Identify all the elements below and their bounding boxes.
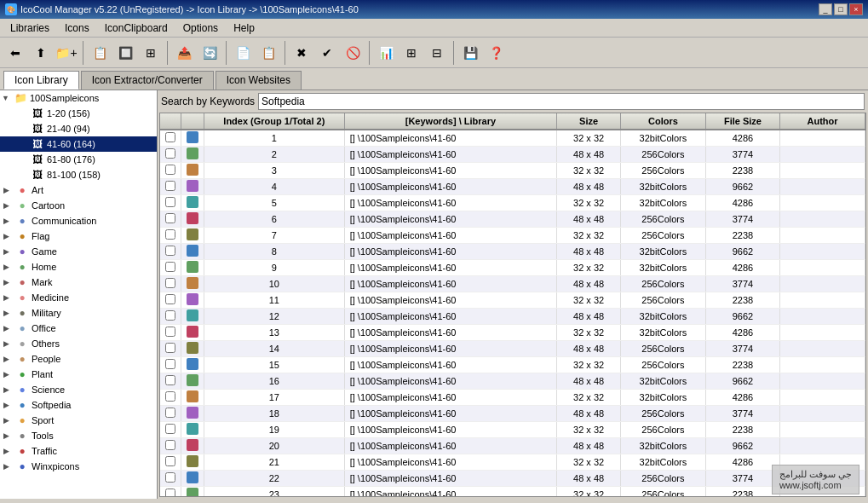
tree-cat-traffic[interactable]: ▶ ● Traffic: [0, 443, 157, 459]
row-checkbox[interactable]: [160, 195, 181, 211]
tree-cat-plant[interactable]: ▶ ● Plant: [0, 367, 157, 382]
tree-cat-home[interactable]: ▶ ● Home: [0, 259, 157, 275]
tab-icon-library[interactable]: Icon Library: [3, 71, 79, 90]
table-row[interactable]: 10 [] \100Sampleicons\41-60 48 x 48 256C…: [160, 276, 865, 292]
tree-cat-science[interactable]: ▶ ● Science: [0, 382, 157, 397]
col-keywords[interactable]: [Keywords] \ Library: [344, 113, 557, 130]
table-row[interactable]: 18 [] \100Sampleicons\41-60 48 x 48 256C…: [160, 406, 865, 422]
table-row[interactable]: 21 [] \100Sampleicons\41-60 32 x 32 32bi…: [160, 454, 865, 471]
tree-cat-communication[interactable]: ▶ ● Communication: [0, 213, 157, 228]
table-row[interactable]: 15 [] \100Sampleicons\41-60 32 x 32 256C…: [160, 357, 865, 373]
row-checkbox[interactable]: [160, 260, 181, 276]
tree-cat-tools[interactable]: ▶ ● Tools: [0, 428, 157, 443]
tree-cat-cartoon[interactable]: ▶ ● Cartoon: [0, 198, 157, 213]
add-library-button[interactable]: 📁+: [55, 41, 78, 65]
delete-button[interactable]: ✖: [290, 41, 313, 65]
menu-libraries[interactable]: Libraries: [3, 20, 56, 36]
row-checkbox[interactable]: [160, 373, 181, 390]
menu-icons[interactable]: Icons: [58, 20, 96, 36]
col-size[interactable]: Size: [557, 113, 621, 130]
back-button[interactable]: ⬅: [3, 41, 27, 65]
row-checkbox[interactable]: [160, 179, 181, 195]
tree-cat-people[interactable]: ▶ ● People: [0, 351, 157, 367]
tab-icon-websites[interactable]: Icon Websites: [216, 71, 302, 90]
row-checkbox[interactable]: [160, 341, 181, 357]
row-checkbox[interactable]: [160, 228, 181, 244]
row-checkbox[interactable]: [160, 309, 181, 325]
table-row[interactable]: 8 [] \100Sampleicons\41-60 48 x 48 32bit…: [160, 244, 865, 260]
tree-cat-mark[interactable]: ▶ ● Mark: [0, 275, 157, 290]
row-checkbox[interactable]: [160, 454, 181, 471]
grid2-button[interactable]: ⊟: [425, 41, 449, 65]
col-index[interactable]: Index (Group 1/Total 2): [204, 113, 345, 130]
menu-options[interactable]: Options: [176, 20, 225, 36]
row-checkbox[interactable]: [160, 487, 181, 498]
row-checkbox[interactable]: [160, 147, 181, 163]
check-button[interactable]: ✔: [315, 41, 339, 65]
table-row[interactable]: 9 [] \100Sampleicons\41-60 32 x 32 32bit…: [160, 260, 865, 276]
copy-button[interactable]: 📄: [231, 41, 255, 65]
tree-cat-game[interactable]: ▶ ● Game: [0, 244, 157, 259]
maximize-button[interactable]: □: [834, 3, 848, 15]
cancel-button[interactable]: 🚫: [341, 41, 365, 65]
row-checkbox[interactable]: [160, 163, 181, 179]
table-row[interactable]: 5 [] \100Sampleicons\41-60 32 x 32 32bit…: [160, 195, 865, 211]
menu-iconclipboard[interactable]: IconClipboard: [98, 20, 175, 36]
view-small-button[interactable]: ⊞: [139, 41, 163, 65]
details-button[interactable]: 📊: [374, 41, 398, 65]
tree-item-61-80[interactable]: 🖼 61-80 (176): [0, 152, 157, 167]
table-row[interactable]: 1 [] \100Sampleicons\41-60 32 x 32 32bit…: [160, 130, 865, 147]
row-checkbox[interactable]: [160, 422, 181, 438]
row-checkbox[interactable]: [160, 130, 181, 147]
row-checkbox[interactable]: [160, 390, 181, 406]
search-input[interactable]: [258, 93, 865, 110]
row-checkbox[interactable]: [160, 438, 181, 454]
table-row[interactable]: 6 [] \100Sampleicons\41-60 48 x 48 256Co…: [160, 211, 865, 228]
row-checkbox[interactable]: [160, 244, 181, 260]
tree-cat-office[interactable]: ▶ ● Office: [0, 321, 157, 336]
paste-button[interactable]: 📋: [256, 41, 280, 65]
tree-cat-flag[interactable]: ▶ ● Flag: [0, 228, 157, 244]
table-row[interactable]: 19 [] \100Sampleicons\41-60 32 x 32 256C…: [160, 422, 865, 438]
tree-cat-softpedia[interactable]: ▶ ● Softpedia: [0, 397, 157, 413]
tree-item-41-60[interactable]: 🖼 41-60 (164): [0, 136, 157, 152]
tree-cat-sport[interactable]: ▶ ● Sport: [0, 413, 157, 428]
table-row[interactable]: 7 [] \100Sampleicons\41-60 32 x 32 256Co…: [160, 228, 865, 244]
row-checkbox[interactable]: [160, 292, 181, 309]
view-icons-button[interactable]: 🔲: [113, 41, 137, 65]
tree-cat-medicine[interactable]: ▶ ● Medicine: [0, 290, 157, 305]
row-checkbox[interactable]: [160, 406, 181, 422]
tree-item-21-40[interactable]: 🖼 21-40 (94): [0, 121, 157, 136]
row-checkbox[interactable]: [160, 211, 181, 228]
table-row[interactable]: 23 [] \100Sampleicons\41-60 32 x 32 256C…: [160, 487, 865, 498]
grid1-button[interactable]: ⊞: [400, 41, 423, 65]
view-list-button[interactable]: 📋: [88, 41, 112, 65]
close-button[interactable]: ×: [849, 3, 863, 15]
table-row[interactable]: 3 [] \100Sampleicons\41-60 32 x 32 256Co…: [160, 163, 865, 179]
tree-cat-winxpicons[interactable]: ▶ ● Winxpicons: [0, 459, 157, 474]
table-row[interactable]: 20 [] \100Sampleicons\41-60 48 x 48 32bi…: [160, 438, 865, 454]
row-checkbox[interactable]: [160, 325, 181, 341]
convert-button[interactable]: 🔄: [198, 41, 221, 65]
menu-help[interactable]: Help: [227, 20, 262, 36]
export-button[interactable]: 💾: [458, 41, 482, 65]
tree-cat-art[interactable]: ▶ ● Art: [0, 182, 157, 198]
tree-cat-military[interactable]: ▶ ● Military: [0, 305, 157, 321]
tree-item-1-20[interactable]: 🖼 1-20 (156): [0, 106, 157, 121]
table-row[interactable]: 22 [] \100Sampleicons\41-60 48 x 48 256C…: [160, 471, 865, 487]
table-row[interactable]: 4 [] \100Sampleicons\41-60 48 x 48 32bit…: [160, 179, 865, 195]
table-row[interactable]: 2 [] \100Sampleicons\41-60 48 x 48 256Co…: [160, 147, 865, 163]
col-colors[interactable]: Colors: [621, 113, 706, 130]
minimize-button[interactable]: _: [819, 3, 832, 15]
col-filesize[interactable]: File Size: [705, 113, 779, 130]
table-row[interactable]: 13 [] \100Sampleicons\41-60 32 x 32 32bi…: [160, 325, 865, 341]
tree-cat-others[interactable]: ▶ ● Others: [0, 336, 157, 351]
icon-table-container[interactable]: Index (Group 1/Total 2) [Keywords] \ Lib…: [159, 113, 866, 497]
row-checkbox[interactable]: [160, 276, 181, 292]
window-controls[interactable]: _ □ ×: [819, 3, 863, 15]
row-checkbox[interactable]: [160, 357, 181, 373]
table-row[interactable]: 11 [] \100Sampleicons\41-60 32 x 32 256C…: [160, 292, 865, 309]
extract-button[interactable]: 📤: [172, 41, 196, 65]
table-row[interactable]: 14 [] \100Sampleicons\41-60 48 x 48 256C…: [160, 341, 865, 357]
table-row[interactable]: 12 [] \100Sampleicons\41-60 48 x 48 32bi…: [160, 309, 865, 325]
